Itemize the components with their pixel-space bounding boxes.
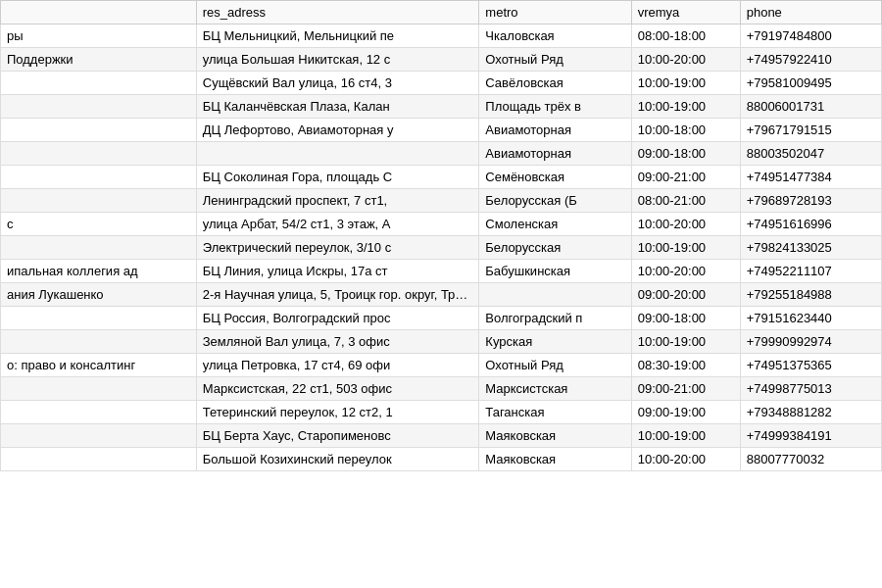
cell-phone: +74952211107 bbox=[740, 260, 881, 283]
cell-vremya: 09:00-18:00 bbox=[631, 307, 740, 330]
cell-phone: +79255184988 bbox=[740, 283, 881, 307]
table-row: рыБЦ Мельницкий, Мельницкий пеЧкаловская… bbox=[1, 24, 882, 48]
cell-metro: Волгоградский п bbox=[479, 307, 631, 330]
cell-res_adress: БЦ Мельницкий, Мельницкий пе bbox=[196, 24, 479, 48]
cell-phone: +74998775013 bbox=[740, 377, 881, 401]
cell-metro: Маяковская bbox=[479, 448, 631, 471]
cell-phone: +79348881282 bbox=[740, 401, 881, 424]
cell-vremya: 10:00-19:00 bbox=[631, 236, 740, 260]
header-res-adress[interactable]: res_adress bbox=[196, 1, 479, 24]
cell-name: ры bbox=[1, 24, 197, 48]
cell-metro: Марксистская bbox=[479, 377, 631, 401]
cell-name bbox=[1, 72, 197, 95]
cell-metro: Семёновская bbox=[479, 166, 631, 189]
cell-phone: +79671791515 bbox=[740, 119, 881, 142]
table-row: Тетеринский переулок, 12 ст2, 1Таганская… bbox=[1, 401, 882, 424]
cell-metro bbox=[479, 283, 631, 307]
table-row: БЦ Каланчёвская Плаза, КаланПлощадь трёх… bbox=[1, 95, 882, 119]
table-header-row: res_adress metro vremya phone bbox=[1, 1, 882, 24]
cell-phone: +79689728193 bbox=[740, 189, 881, 213]
table-row: Поддержкиулица Большая Никитская, 12 сОх… bbox=[1, 48, 882, 72]
cell-vremya: 10:00-19:00 bbox=[631, 95, 740, 119]
cell-vremya: 10:00-18:00 bbox=[631, 119, 740, 142]
cell-vremya: 10:00-19:00 bbox=[631, 72, 740, 95]
cell-name: ания Лукашенко bbox=[1, 283, 197, 307]
header-phone[interactable]: phone bbox=[740, 1, 881, 24]
cell-metro: Смоленская bbox=[479, 213, 631, 236]
cell-res_adress: Электрический переулок, 3/10 с bbox=[196, 236, 479, 260]
cell-metro: Белорусская bbox=[479, 236, 631, 260]
table-row: Сущёвский Вал улица, 16 ст4, 3Савёловска… bbox=[1, 72, 882, 95]
header-metro[interactable]: metro bbox=[479, 1, 631, 24]
cell-vremya: 10:00-20:00 bbox=[631, 48, 740, 72]
cell-res_adress: Большой Козихинский переулок bbox=[196, 448, 479, 471]
cell-vremya: 10:00-20:00 bbox=[631, 448, 740, 471]
cell-vremya: 08:00-21:00 bbox=[631, 189, 740, 213]
cell-phone: +79197484800 bbox=[740, 24, 881, 48]
cell-metro: Чкаловская bbox=[479, 24, 631, 48]
cell-vremya: 10:00-20:00 bbox=[631, 260, 740, 283]
cell-res_adress: Земляной Вал улица, 7, 3 офис bbox=[196, 330, 479, 354]
cell-metro: Площадь трёх в bbox=[479, 95, 631, 119]
cell-name: о: право и консалтинг bbox=[1, 354, 197, 377]
cell-name bbox=[1, 142, 197, 166]
cell-res_adress: Сущёвский Вал улица, 16 ст4, 3 bbox=[196, 72, 479, 95]
cell-vremya: 09:00-21:00 bbox=[631, 377, 740, 401]
cell-vremya: 09:00-18:00 bbox=[631, 142, 740, 166]
cell-metro: Таганская bbox=[479, 401, 631, 424]
header-name bbox=[1, 1, 197, 24]
cell-phone: +74951375365 bbox=[740, 354, 881, 377]
table-row: Ленинградский проспект, 7 ст1,Белорусска… bbox=[1, 189, 882, 213]
cell-res_adress: БЦ Каланчёвская Плаза, Калан bbox=[196, 95, 479, 119]
cell-vremya: 10:00-19:00 bbox=[631, 330, 740, 354]
cell-vremya: 10:00-19:00 bbox=[631, 424, 740, 448]
cell-metro: Бабушкинская bbox=[479, 260, 631, 283]
table-row: Марксистская, 22 ст1, 503 офисМарксистск… bbox=[1, 377, 882, 401]
cell-phone: 88006001731 bbox=[740, 95, 881, 119]
cell-name bbox=[1, 189, 197, 213]
cell-name: ипальная коллегия ад bbox=[1, 260, 197, 283]
table-row: Большой Козихинский переулокМаяковская10… bbox=[1, 448, 882, 471]
cell-name: с bbox=[1, 213, 197, 236]
cell-res_adress: БЦ Соколиная Гора, площадь С bbox=[196, 166, 479, 189]
cell-res_adress: ДЦ Лефортово, Авиамоторная у bbox=[196, 119, 479, 142]
cell-phone: +79581009495 bbox=[740, 72, 881, 95]
data-table: res_adress metro vremya phone рыБЦ Мельн… bbox=[0, 0, 882, 588]
cell-res_adress: улица Большая Никитская, 12 с bbox=[196, 48, 479, 72]
cell-res_adress: БЦ Берта Хаус, Старопименовс bbox=[196, 424, 479, 448]
cell-res_adress: БЦ Россия, Волгоградский прос bbox=[196, 307, 479, 330]
table-row: Земляной Вал улица, 7, 3 офисКурская10:0… bbox=[1, 330, 882, 354]
cell-vremya: 09:00-21:00 bbox=[631, 166, 740, 189]
cell-name bbox=[1, 401, 197, 424]
cell-res_adress: улица Петровка, 17 ст4, 69 офи bbox=[196, 354, 479, 377]
cell-res_adress: улица Арбат, 54/2 ст1, 3 этаж, А bbox=[196, 213, 479, 236]
cell-phone: +79990992974 bbox=[740, 330, 881, 354]
cell-vremya: 08:30-19:00 bbox=[631, 354, 740, 377]
table-row: БЦ Берта Хаус, СтаропименовсМаяковская10… bbox=[1, 424, 882, 448]
cell-metro: Курская bbox=[479, 330, 631, 354]
cell-res_adress: Тетеринский переулок, 12 ст2, 1 bbox=[196, 401, 479, 424]
cell-vremya: 10:00-20:00 bbox=[631, 213, 740, 236]
cell-phone: 88007770032 bbox=[740, 448, 881, 471]
cell-name bbox=[1, 330, 197, 354]
cell-phone: +79151623440 bbox=[740, 307, 881, 330]
header-vremya[interactable]: vremya bbox=[631, 1, 740, 24]
table-row: сулица Арбат, 54/2 ст1, 3 этаж, АСмоленс… bbox=[1, 213, 882, 236]
cell-metro: Авиамоторная bbox=[479, 119, 631, 142]
cell-vremya: 09:00-19:00 bbox=[631, 401, 740, 424]
table-row: Авиамоторная09:00-18:0088003502047 bbox=[1, 142, 882, 166]
table-row: о: право и консалтингулица Петровка, 17 … bbox=[1, 354, 882, 377]
cell-name bbox=[1, 95, 197, 119]
cell-res_adress: Марксистская, 22 ст1, 503 офис bbox=[196, 377, 479, 401]
cell-phone: +74999384191 bbox=[740, 424, 881, 448]
cell-res_adress: 2-я Научная улица, 5, Троицк гор. округ,… bbox=[196, 283, 479, 307]
cell-metro: Охотный Ряд bbox=[479, 354, 631, 377]
cell-metro: Маяковская bbox=[479, 424, 631, 448]
table-row: ипальная коллегия адБЦ Линия, улица Искр… bbox=[1, 260, 882, 283]
cell-vremya: 08:00-18:00 bbox=[631, 24, 740, 48]
table-row: ДЦ Лефортово, Авиамоторная уАвиамоторная… bbox=[1, 119, 882, 142]
cell-phone: +74951477384 bbox=[740, 166, 881, 189]
cell-res_adress: Ленинградский проспект, 7 ст1, bbox=[196, 189, 479, 213]
table-row: Электрический переулок, 3/10 сБелорусска… bbox=[1, 236, 882, 260]
cell-phone: +74957922410 bbox=[740, 48, 881, 72]
